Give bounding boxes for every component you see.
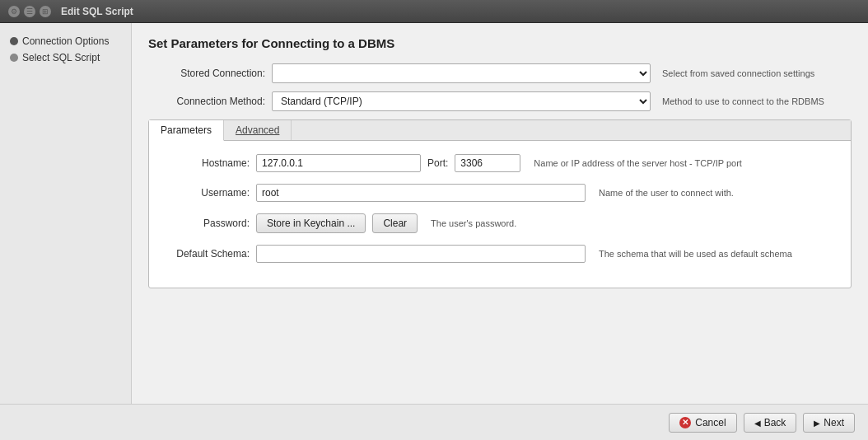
back-label: Back: [764, 417, 786, 428]
password-label: Password:: [157, 218, 256, 229]
cancel-button[interactable]: ✕ Cancel: [669, 413, 736, 433]
username-label: Username:: [157, 187, 256, 199]
password-controls: Store in Keychain ... Clear The user's p…: [256, 213, 516, 233]
hostname-hint: Name or IP address of the server host - …: [534, 158, 742, 168]
username-row: Username: Name of the user to connect wi…: [157, 184, 842, 202]
hostname-input[interactable]: [256, 154, 421, 172]
sidebar: Connection Options Select SQL Script: [0, 23, 132, 404]
stored-connection-label: Stored Connection:: [148, 68, 272, 79]
sidebar-item-connection-options[interactable]: Connection Options: [7, 33, 124, 49]
default-schema-input[interactable]: [256, 245, 586, 263]
store-in-keychain-button[interactable]: Store in Keychain ...: [256, 213, 366, 233]
connection-method-label: Connection Method:: [148, 96, 272, 107]
connection-method-select[interactable]: Standard (TCP/IP): [272, 91, 651, 111]
cancel-label: Cancel: [695, 417, 726, 428]
body-area: Connection Options Select SQL Script Set…: [0, 23, 868, 404]
bottom-bar: ✕ Cancel Back Next: [0, 404, 868, 440]
connection-method-hint: Method to use to connect to the RDBMS: [662, 96, 824, 106]
default-schema-controls: The schema that will be used as default …: [256, 245, 792, 263]
titlebar-icon-1[interactable]: ⚙: [8, 6, 20, 17]
stored-connection-select[interactable]: [272, 63, 651, 83]
titlebar-icon-3[interactable]: ⊞: [40, 6, 51, 17]
stored-connection-hint: Select from saved connection settings: [662, 68, 814, 78]
tabs-body: Hostname: Port: Name or IP address of th…: [149, 141, 851, 288]
username-hint: Name of the user to connect with.: [599, 188, 734, 198]
hostname-row: Hostname: Port: Name or IP address of th…: [157, 154, 842, 172]
tab-parameters[interactable]: Parameters: [149, 120, 224, 141]
password-hint: The user's password.: [431, 218, 516, 228]
content-area: Set Parameters for Connecting to a DBMS …: [132, 23, 868, 404]
sidebar-bullet-1: [10, 37, 18, 45]
titlebar-icon-2[interactable]: ☰: [24, 6, 35, 17]
next-button[interactable]: Next: [803, 413, 855, 433]
stored-connection-row: Stored Connection: Select from saved con…: [148, 63, 852, 83]
connection-method-controls: Standard (TCP/IP) Method to use to conne…: [272, 91, 852, 111]
password-row: Password: Store in Keychain ... Clear Th…: [157, 213, 842, 233]
tab-advanced[interactable]: Advanced: [224, 120, 292, 140]
port-input[interactable]: [455, 154, 520, 172]
port-label: Port:: [427, 157, 448, 169]
default-schema-label: Default Schema:: [157, 248, 256, 260]
back-arrow-icon: [754, 417, 761, 428]
main-content: Connection Options Select SQL Script Set…: [0, 23, 868, 440]
tabs-header: Parameters Advanced: [149, 120, 851, 141]
stored-connection-controls: Select from saved connection settings: [272, 63, 852, 83]
username-input[interactable]: [256, 184, 586, 202]
titlebar-title: Edit SQL Script: [61, 6, 133, 17]
default-schema-hint: The schema that will be used as default …: [599, 249, 792, 259]
clear-password-button[interactable]: Clear: [372, 213, 418, 233]
connection-method-row: Connection Method: Standard (TCP/IP) Met…: [148, 91, 852, 111]
sidebar-label-select-sql-script: Select SQL Script: [22, 52, 100, 63]
titlebar-icons: ⚙ ☰ ⊞: [8, 6, 51, 17]
hostname-controls: Port: Name or IP address of the server h…: [256, 154, 742, 172]
sidebar-bullet-2: [10, 54, 18, 62]
username-controls: Name of the user to connect with.: [256, 184, 734, 202]
cancel-icon: ✕: [679, 417, 691, 428]
back-button[interactable]: Back: [744, 413, 797, 433]
page-title: Set Parameters for Connecting to a DBMS: [148, 36, 852, 50]
sidebar-item-select-sql-script[interactable]: Select SQL Script: [7, 49, 124, 66]
titlebar: ⚙ ☰ ⊞ Edit SQL Script: [0, 0, 868, 23]
next-label: Next: [824, 417, 844, 428]
default-schema-row: Default Schema: The schema that will be …: [157, 245, 842, 263]
tabs-container: Parameters Advanced Hostname: Port:: [148, 119, 852, 288]
hostname-label: Hostname:: [157, 157, 256, 169]
next-arrow-icon: [814, 417, 820, 428]
sidebar-label-connection-options: Connection Options: [22, 35, 109, 47]
